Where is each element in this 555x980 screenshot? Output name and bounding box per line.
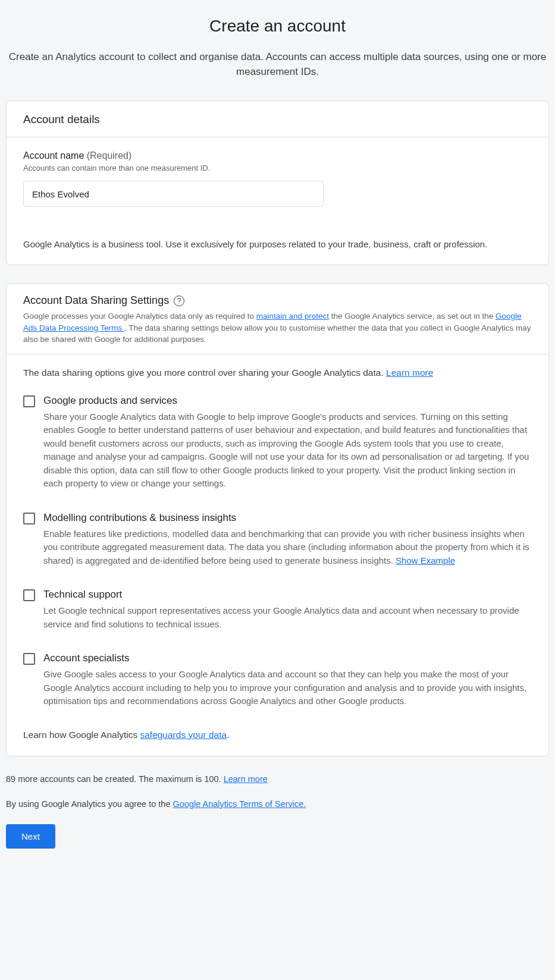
card-body: Account name (Required) Accounts can con… [7, 137, 548, 265]
checkbox-input[interactable] [23, 589, 35, 601]
checkbox-google-products: Google products and services Share your … [23, 395, 532, 491]
required-text: (Required) [87, 150, 132, 161]
safeguards-data-link[interactable]: safeguards your data [140, 730, 227, 740]
show-example-link[interactable]: Show Example [396, 555, 455, 566]
learn-more-link[interactable]: Learn more [386, 368, 433, 378]
checkbox-title: Google products and services [43, 395, 532, 407]
page-subtitle: Create an Analytics account to collect a… [8, 50, 547, 79]
tos-prefix: By using Google Analytics you agree to t… [6, 799, 173, 809]
checkbox-input[interactable] [23, 513, 35, 524]
checkbox-input[interactable] [23, 395, 35, 407]
sharing-header: Account Data Sharing Settings ? Google p… [7, 284, 548, 354]
data-sharing-card: Account Data Sharing Settings ? Google p… [6, 283, 549, 756]
sharing-description: Google processes your Google Analytics d… [23, 310, 532, 345]
accounts-learn-more-link[interactable]: Learn more [224, 774, 268, 784]
checkbox-desc: Enable features like predictions, modell… [43, 527, 532, 568]
account-name-label: Account name (Required) [23, 150, 532, 161]
help-icon[interactable]: ? [174, 296, 184, 306]
checkbox-desc: Give Google sales access to your Google … [43, 668, 532, 708]
tos-line: By using Google Analytics you agree to t… [6, 799, 549, 809]
tos-link[interactable]: Google Analytics Terms of Service. [173, 799, 306, 809]
safeguard-prefix: Learn how Google Analytics [23, 730, 140, 740]
desc-text: Enable features like predictions, modell… [43, 529, 529, 566]
desc-part-2: the Google Analytics service, as set out… [329, 312, 496, 321]
checkbox-input[interactable] [23, 653, 35, 665]
checkbox-account-specialists: Account specialists Give Google sales ac… [23, 652, 532, 708]
maintain-protect-link[interactable]: maintain and protect [256, 312, 329, 321]
checkbox-title: Account specialists [43, 652, 532, 664]
intro-text: The data sharing options give you more c… [23, 368, 386, 378]
label-text: Account name [23, 150, 84, 161]
account-name-helper: Accounts can contain more than one measu… [23, 164, 532, 172]
account-details-title: Account details [23, 113, 532, 126]
sharing-title: Account Data Sharing Settings [23, 294, 169, 307]
checkbox-modelling: Modelling contributions & business insig… [23, 512, 532, 568]
safeguard-suffix: . [227, 730, 229, 740]
checkbox-technical-support: Technical support Let Google technical s… [23, 589, 532, 631]
next-button[interactable]: Next [6, 824, 55, 849]
accounts-remaining-line: 89 more accounts can be created. The max… [6, 774, 549, 784]
card-header: Account details [7, 101, 548, 137]
desc-part-1: Google processes your Google Analytics d… [23, 312, 256, 321]
sharing-body: The data sharing options give you more c… [7, 354, 548, 756]
accounts-remaining-text: 89 more accounts can be created. The max… [6, 774, 224, 784]
account-details-card: Account details Account name (Required) … [6, 100, 549, 265]
safeguard-line: Learn how Google Analytics safeguards yo… [23, 730, 532, 740]
account-name-input[interactable] [23, 181, 324, 207]
checkbox-title: Modelling contributions & business insig… [43, 512, 532, 524]
checkbox-desc: Let Google technical support representat… [43, 604, 532, 631]
checkbox-title: Technical support [43, 589, 532, 601]
sharing-intro: The data sharing options give you more c… [23, 368, 532, 378]
checkbox-desc: Share your Google Analytics data with Go… [43, 410, 532, 491]
business-note: Google Analytics is a business tool. Use… [23, 239, 532, 249]
page-title: Create an account [6, 17, 549, 36]
